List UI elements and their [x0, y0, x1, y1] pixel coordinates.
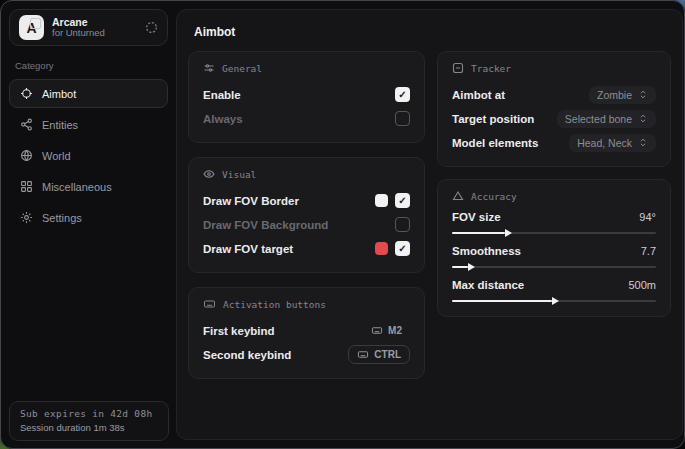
keyboard-icon — [203, 298, 216, 310]
gear-icon — [20, 211, 33, 224]
sidebar-item-label: World — [42, 150, 71, 162]
sidebar-item-aimbot[interactable]: Aimbot — [9, 79, 168, 108]
dropdown-value: Head, Neck — [577, 137, 632, 149]
activation-card: Activation buttons First keybind M2 Seco… — [188, 287, 425, 379]
max-distance-slider-group: Max distance 500m — [452, 279, 656, 302]
setting-row-second-keybind: Second keybind CTRL — [203, 343, 410, 366]
setting-label: Model elements — [452, 137, 538, 149]
sidebar-item-label: Aimbot — [42, 88, 76, 100]
subscription-box: Sub expires in 42d 08h Session duration … — [9, 401, 169, 441]
setting-label: Draw FOV target — [203, 243, 293, 255]
slider-label: Smoothness — [452, 245, 521, 257]
color-swatch-red[interactable] — [375, 242, 388, 255]
slider-value: 7.7 — [641, 245, 656, 257]
sidebar: A Arcane for Unturned Category Aimbot — [1, 1, 176, 448]
target-position-dropdown[interactable]: Selected bone — [557, 110, 656, 128]
setting-row-model-elements: Model elements Head, Neck — [452, 131, 656, 154]
entities-icon — [20, 118, 33, 131]
crosshair-icon — [20, 87, 33, 100]
first-keybind-button[interactable]: M2 — [363, 322, 410, 339]
brand-header: A Arcane for Unturned — [9, 9, 168, 46]
general-card: General Enable ✓ Always — [188, 51, 425, 143]
category-nav: Aimbot Entities World Miscellaneous — [9, 79, 168, 234]
sidebar-item-entities[interactable]: Entities — [9, 110, 168, 139]
fov-border-checkbox[interactable]: ✓ — [395, 193, 410, 208]
slider-fill — [452, 232, 505, 234]
chevrons-up-down-icon — [638, 89, 648, 100]
model-elements-dropdown[interactable]: Head, Neck — [569, 134, 656, 152]
card-title: Tracker — [471, 63, 511, 74]
card-title: Visual — [222, 169, 256, 180]
keyboard-icon — [371, 325, 383, 336]
sidebar-item-label: Settings — [42, 212, 82, 224]
setting-row-first-keybind: First keybind M2 — [203, 319, 410, 342]
slider-label: FOV size — [452, 211, 501, 223]
setting-row-fov-background: Draw FOV Background — [203, 213, 410, 236]
card-title: Accuracy — [471, 191, 517, 202]
sidebar-item-miscellaneous[interactable]: Miscellaneous — [9, 172, 168, 201]
eye-icon — [203, 168, 215, 180]
always-checkbox[interactable] — [395, 111, 410, 126]
setting-row-fov-border: Draw FOV Border ✓ — [203, 189, 410, 212]
scan-icon — [452, 62, 464, 74]
smoothness-slider[interactable] — [452, 266, 656, 268]
second-keybind-button[interactable]: CTRL — [348, 345, 410, 364]
brand-text: Arcane for Unturned — [52, 16, 137, 39]
setting-label: Second keybind — [203, 349, 291, 361]
fov-target-checkbox[interactable]: ✓ — [395, 241, 410, 256]
slider-fill — [452, 266, 468, 268]
fov-size-slider-group: FOV size 94° — [452, 211, 656, 234]
keybind-value: M2 — [388, 325, 402, 336]
globe-icon — [20, 149, 33, 162]
smoothness-slider-group: Smoothness 7.7 — [452, 245, 656, 268]
fov-background-checkbox[interactable] — [395, 217, 410, 232]
triangle-icon — [452, 190, 464, 202]
setting-label: Draw FOV Border — [203, 195, 299, 207]
sidebar-item-world[interactable]: World — [9, 141, 168, 170]
aimbot-at-dropdown[interactable]: Zombie — [589, 86, 656, 104]
category-label: Category — [15, 60, 168, 71]
card-title: General — [222, 63, 262, 74]
setting-label: Aimbot at — [452, 89, 505, 101]
keyboard-icon — [357, 349, 369, 360]
tracker-card: Tracker Aimbot at Zombie Target position — [437, 51, 671, 167]
grid-icon — [20, 180, 33, 193]
sidebar-item-settings[interactable]: Settings — [9, 203, 168, 232]
fov-size-slider[interactable] — [452, 232, 656, 234]
setting-row-aimbot-at: Aimbot at Zombie — [452, 83, 656, 106]
setting-label: Target position — [452, 113, 534, 125]
dropdown-value: Selected bone — [565, 113, 632, 125]
visual-card: Visual Draw FOV Border ✓ Draw FOV Backgr… — [188, 157, 425, 273]
chevrons-up-down-icon — [638, 113, 648, 124]
slider-value: 500m — [628, 279, 656, 291]
session-duration-text: Session duration 1m 38s — [20, 422, 158, 433]
setting-label: First keybind — [203, 325, 275, 337]
setting-row-always: Always — [203, 107, 410, 130]
card-title: Activation buttons — [223, 299, 326, 310]
setting-label: Draw FOV Background — [203, 219, 328, 231]
chevrons-up-down-icon — [638, 137, 648, 148]
slider-fill — [452, 300, 552, 302]
setting-row-enable: Enable ✓ — [203, 83, 410, 106]
accuracy-card: Accuracy FOV size 94° Smoothness — [437, 179, 671, 317]
slider-label: Max distance — [452, 279, 524, 291]
keybind-value: CTRL — [374, 349, 401, 360]
main-panel: Aimbot General Enable ✓ Al — [176, 9, 683, 440]
dropdown-value: Zombie — [597, 89, 632, 101]
setting-row-target-position: Target position Selected bone — [452, 107, 656, 130]
app-subtitle: for Unturned — [52, 28, 137, 39]
sidebar-item-label: Entities — [42, 119, 78, 131]
setting-row-fov-target: Draw FOV target ✓ — [203, 237, 410, 260]
max-distance-slider[interactable] — [452, 300, 656, 302]
sync-icon[interactable] — [145, 21, 158, 34]
cheat-menu-window: A Arcane for Unturned Category Aimbot — [0, 0, 685, 449]
sidebar-item-label: Miscellaneous — [42, 181, 112, 193]
sliders-icon — [203, 62, 215, 74]
slider-value: 94° — [639, 211, 656, 223]
enable-checkbox[interactable]: ✓ — [395, 87, 410, 102]
color-swatch-white[interactable] — [375, 194, 388, 207]
setting-label: Enable — [203, 89, 241, 101]
app-logo: A — [19, 15, 44, 40]
setting-label: Always — [203, 113, 243, 125]
page-title: Aimbot — [194, 25, 671, 39]
